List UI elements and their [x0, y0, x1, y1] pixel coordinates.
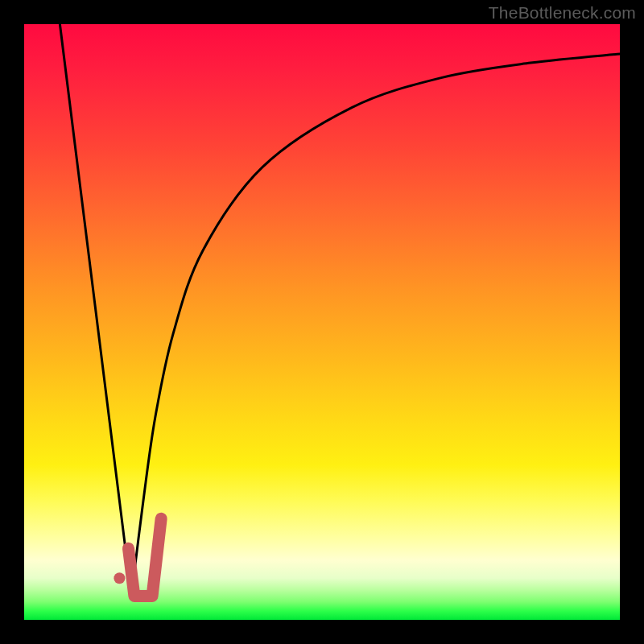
right-curve-line — [131, 54, 620, 596]
watermark-text: TheBottleneck.com — [489, 3, 636, 23]
hook-mark — [129, 518, 162, 596]
marker-dot — [114, 572, 125, 584]
chart-frame: TheBottleneck.com — [0, 0, 644, 644]
curve-group — [60, 24, 620, 596]
plot-area — [24, 24, 620, 620]
left-slope-line — [60, 24, 131, 596]
chart-svg — [24, 24, 620, 620]
